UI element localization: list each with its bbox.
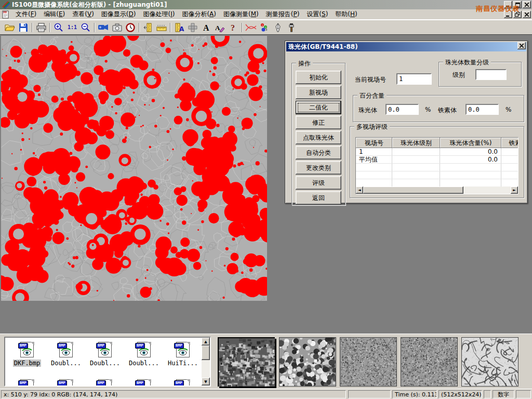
file-item[interactable]: BMP Doubl... — [125, 342, 163, 367]
ruler-icon[interactable] — [155, 21, 168, 34]
operation-group: 操作 初始化 新视场 二值化 修正 点取珠光体 自动分类 更改类别 评级 返回 — [291, 63, 345, 205]
scroll-thumb[interactable] — [363, 187, 463, 194]
file-item[interactable]: BMP DKF.bmp — [8, 342, 46, 367]
col-pearlite-content[interactable]: 珠光体含量(%) — [440, 138, 501, 148]
file-item[interactable]: BMP — [8, 379, 46, 387]
table-row[interactable] — [356, 171, 518, 179]
table-row[interactable]: 1 0.0 — [356, 148, 518, 156]
save-icon[interactable] — [17, 21, 30, 34]
current-view-input[interactable] — [396, 73, 432, 85]
cell-field: 平均值 — [356, 156, 392, 163]
actual-size-icon[interactable]: 1:1 — [65, 21, 79, 34]
dialog-close-button[interactable] — [517, 42, 526, 49]
file-item[interactable]: BMP HuiTi... — [164, 342, 202, 367]
initialize-button[interactable]: 初始化 — [296, 71, 341, 84]
print-icon[interactable] — [34, 21, 48, 34]
level-input[interactable] — [475, 69, 507, 80]
caliper-icon[interactable] — [141, 21, 155, 34]
mdi-close-button[interactable] — [523, 11, 531, 18]
scroll-track[interactable] — [363, 187, 511, 194]
open-icon[interactable] — [3, 21, 17, 34]
bmp-badge: BMP — [135, 343, 145, 349]
table-row[interactable] — [356, 164, 518, 171]
file-name[interactable]: Doubl... — [89, 360, 121, 367]
menu-image-processing[interactable]: 图像处理(I) — [139, 9, 178, 20]
menu-image-measure[interactable]: 图像测量(M) — [220, 9, 262, 20]
annotate-icon[interactable]: A — [213, 21, 227, 34]
col-field[interactable]: 视场号 — [356, 138, 392, 148]
file-item[interactable]: BMP — [125, 379, 163, 387]
binarize-button[interactable]: 二值化 — [296, 101, 341, 114]
file-item[interactable]: BMP — [86, 379, 124, 387]
camera-icon[interactable] — [110, 21, 124, 34]
filelist-scrollbar[interactable]: ▲ ▼ — [202, 338, 210, 385]
measure-label-icon[interactable]: A — [172, 21, 186, 34]
thumbnail-3[interactable] — [340, 337, 397, 387]
ferrite-percent-input[interactable] — [466, 104, 499, 115]
scroll-right-icon[interactable]: ► — [511, 187, 518, 194]
grid-icon[interactable] — [186, 21, 200, 34]
file-item[interactable]: BMP — [47, 379, 85, 387]
pearlite-dialog: 珠光体(GB/T9441-88) 操作 初始化 新视场 二值化 修正 点取珠光体… — [285, 41, 528, 204]
file-name[interactable]: Doubl... — [50, 360, 82, 367]
file-name[interactable]: Doubl... — [128, 360, 160, 367]
file-name[interactable]: DKF.bmp — [13, 360, 42, 367]
table-header-row: 视场号 珠光体级别 珠光体含量(%) 铁素体含量(%) — [356, 138, 518, 148]
col-pearlite-level[interactable]: 珠光体级别 — [392, 138, 440, 148]
auto-classify-button[interactable]: 自动分类 — [296, 146, 341, 159]
file-item[interactable]: BMP — [164, 379, 202, 387]
correct-button[interactable]: 修正 — [296, 116, 341, 129]
menu-settings[interactable]: 设置(S) — [303, 9, 331, 20]
thumbnail-5[interactable] — [461, 337, 518, 387]
thumbnail-2[interactable] — [279, 337, 336, 387]
table-row[interactable]: 平均值 0.0 — [356, 156, 518, 164]
video-camera-icon[interactable] — [97, 21, 110, 34]
menu-help[interactable]: 帮助(H) — [331, 9, 361, 20]
time-status: Time (s): 0.113 — [392, 390, 437, 398]
curve-tool-icon[interactable] — [244, 21, 258, 34]
classify-icon[interactable]: 123 — [258, 21, 271, 34]
mode-status: 数字 — [493, 390, 514, 398]
file-item[interactable]: BMP Doubl... — [47, 342, 85, 367]
menu-image-display[interactable]: 图像显示(D) — [98, 9, 140, 20]
menu-image-analysis[interactable]: 图像分析(A) — [178, 9, 220, 20]
menu-file[interactable]: 文件(F) — [12, 9, 40, 20]
multiview-group-label: 多视场评级 — [354, 123, 390, 131]
dialog-title-bar[interactable]: 珠光体(GB/T9441-88) — [286, 42, 526, 51]
cell-level — [392, 156, 440, 163]
file-item[interactable]: BMP Doubl... — [86, 342, 124, 367]
col-ferrite-content[interactable]: 铁素体含量(%) — [501, 138, 518, 148]
rate-button[interactable]: 评级 — [296, 176, 341, 190]
brush-icon[interactable] — [285, 21, 298, 34]
ferrite-label: 铁素体 — [438, 106, 457, 115]
window-title: IS100显微摄像系统(金相分析版) - [zhuguangti01] — [12, 1, 167, 9]
thumbnail-1[interactable] — [218, 337, 275, 387]
menu-measure-report[interactable]: 测量报告(P) — [262, 9, 303, 20]
help-icon[interactable]: ? — [227, 21, 240, 34]
pen-icon[interactable] — [271, 21, 285, 34]
new-field-button[interactable]: 新视场 — [296, 86, 341, 99]
scroll-up-icon[interactable]: ▲ — [202, 338, 210, 345]
thumbnail-4[interactable] — [401, 337, 458, 387]
table-row[interactable] — [356, 179, 518, 187]
scroll-down-icon[interactable]: ▼ — [202, 378, 210, 385]
text-icon[interactable]: A — [200, 21, 213, 34]
zoom-out-icon[interactable] — [79, 21, 92, 34]
file-name[interactable]: HuiTi... — [167, 360, 199, 367]
bmp-badge: BMP — [96, 380, 106, 386]
micrograph-image[interactable] — [1, 36, 267, 301]
return-button[interactable]: 返回 — [296, 191, 341, 205]
menu-view[interactable]: 查看(V) — [69, 9, 98, 20]
table-hscrollbar[interactable]: ◄ ► — [356, 187, 518, 194]
zoom-in-icon[interactable] — [52, 21, 65, 34]
clock-icon[interactable] — [124, 21, 137, 34]
menu-edit[interactable]: 编辑(E) — [40, 9, 69, 20]
status-empty-panel — [516, 390, 531, 398]
scroll-thumb[interactable] — [202, 345, 210, 360]
scroll-left-icon[interactable]: ◄ — [356, 187, 363, 194]
change-class-button[interactable]: 更改类别 — [296, 161, 341, 175]
pearlite-percent-input[interactable] — [385, 104, 419, 115]
close-button[interactable] — [523, 1, 531, 8]
document-icon[interactable]: DOC — [2, 10, 10, 19]
pick-pearlite-button[interactable]: 点取珠光体 — [296, 131, 341, 144]
